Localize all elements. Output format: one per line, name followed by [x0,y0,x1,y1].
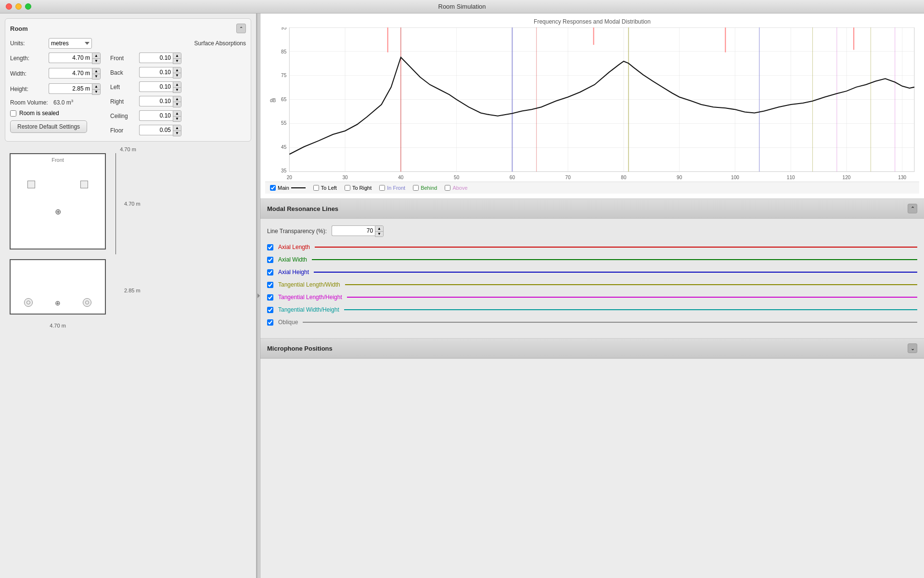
svg-text:70: 70 [565,175,571,180]
svg-text:95: 95 [281,27,287,30]
modal-resonance-header[interactable]: Modal Resonance Lines ⌃ [260,199,924,219]
tang-wh-item: Tangential Width/Height [267,306,917,313]
svg-text:80: 80 [621,175,627,180]
left-input[interactable] [139,81,173,92]
legend-above-checkbox[interactable] [445,185,450,191]
height-row: Height: ▲ ▼ [10,83,101,95]
front-up-btn[interactable]: ▲ [173,53,181,58]
restore-defaults-button[interactable]: Restore Default Settings [10,120,87,133]
room-sealed-checkbox[interactable] [10,110,16,117]
width-input[interactable] [49,68,92,79]
left-down-btn[interactable]: ▼ [173,87,181,92]
right-up-btn[interactable]: ▲ [173,96,181,102]
svg-text:75: 75 [281,73,287,78]
legend-toleft-checkbox[interactable] [313,185,319,191]
ceiling-down-btn[interactable]: ▼ [173,116,181,121]
close-button[interactable] [6,3,12,10]
height-label: Height: [10,86,49,92]
tang-lh-checkbox[interactable] [267,294,273,301]
legend-main-checkbox[interactable] [270,185,276,191]
units-select[interactable]: metres feet [49,38,92,49]
side-room-diagram: ⊕ [10,259,120,322]
floor-input[interactable] [139,125,173,135]
modal-resonance-section: Modal Resonance Lines ⌃ Line Transparenc… [260,199,924,339]
room-collapse-button[interactable]: ⌃ [236,24,246,33]
oblique-checkbox[interactable] [267,319,273,326]
legend-main-line [291,187,306,188]
front-down-btn[interactable]: ▼ [173,58,181,64]
height-spinner: ▲ ▼ [92,83,101,95]
front-input[interactable] [139,53,173,63]
left-panel: Room ⌃ Units: metres feet Surface Absorp… [0,13,257,578]
axial-width-label: Axial Width [278,256,307,263]
axial-length-item: Axial Length [267,244,917,250]
axial-height-item: Axial Height [267,269,917,276]
transparency-down-btn[interactable]: ▼ [375,231,383,236]
svg-text:50: 50 [454,175,460,180]
modal-resonance-title: Modal Resonance Lines [267,205,338,212]
floor-up-btn[interactable]: ▲ [173,125,181,131]
oblique-line [303,322,917,323]
tang-wh-line [344,309,917,310]
modal-resonance-collapse-icon[interactable]: ⌃ [908,204,917,213]
back-input[interactable] [139,67,173,78]
speaker-bottom-left-icon [24,298,33,307]
axial-width-item: Axial Width [267,256,917,263]
back-up-btn[interactable]: ▲ [173,67,181,73]
left-up-btn[interactable]: ▲ [173,82,181,87]
height-down-btn[interactable]: ▼ [92,89,100,94]
panel-divider[interactable] [257,13,260,578]
floor-down-btn[interactable]: ▼ [173,131,181,136]
svg-text:110: 110 [787,175,795,180]
maximize-button[interactable] [25,3,31,10]
width-up-btn[interactable]: ▲ [92,68,100,74]
surface-absorptions: Front ▲ ▼ Back ▲ ▼ [110,53,181,136]
height-up-btn[interactable]: ▲ [92,84,100,89]
ceiling-input[interactable] [139,110,173,121]
legend-toright-checkbox[interactable] [345,185,350,191]
microphone-positions-collapse-icon[interactable]: ⌄ [908,343,917,353]
height-input[interactable] [49,83,92,94]
width-down-btn[interactable]: ▼ [92,74,100,79]
legend-infront-checkbox[interactable] [379,185,385,191]
length-input[interactable] [49,53,92,63]
axial-length-checkbox[interactable] [267,244,273,250]
room-sealed-label: Room is sealed [19,110,59,117]
width-spinner: ▲ ▼ [92,68,101,79]
axial-width-line [312,259,917,260]
transparency-input[interactable] [332,225,375,236]
minimize-button[interactable] [15,3,22,10]
length-down-btn[interactable]: ▼ [92,58,100,64]
length-up-btn[interactable]: ▲ [92,53,100,58]
tang-wh-checkbox[interactable] [267,307,273,313]
divider-arrow-icon [257,293,260,298]
tang-lh-label: Tangential Length/Height [278,294,342,301]
surface-ceiling-label: Ceiling [110,113,134,119]
transparency-row: Line Transparency (%): ▲ ▼ [267,225,917,237]
scrollable-sections[interactable]: Modal Resonance Lines ⌃ Line Transparenc… [260,199,924,578]
ceiling-spinner: ▲ ▼ [173,110,181,122]
axial-width-checkbox[interactable] [267,257,273,263]
right-down-btn[interactable]: ▼ [173,102,181,107]
axial-height-checkbox[interactable] [267,269,273,276]
ceiling-up-btn[interactable]: ▲ [173,111,181,116]
microphone-positions-header[interactable]: Microphone Positions ⌄ [260,339,924,358]
back-down-btn[interactable]: ▼ [173,73,181,78]
svg-text:120: 120 [843,175,851,180]
transparency-up-btn[interactable]: ▲ [375,226,383,231]
tang-lw-checkbox[interactable] [267,282,273,288]
tang-lw-line [345,284,917,285]
tang-lh-line [347,297,917,298]
top-diagram-front-label: Front [11,157,105,163]
length-label: Length: [10,55,49,62]
right-input[interactable] [139,96,173,106]
surface-right-label: Right [110,98,134,105]
length-input-group: ▲ ▼ [49,53,101,64]
tang-wh-label: Tangential Width/Height [278,306,339,313]
room-section: Room ⌃ Units: metres feet Surface Absorp… [5,18,251,142]
legend-toleft-label: To Left [321,185,337,191]
legend-behind-checkbox[interactable] [413,185,419,191]
surface-floor-label: Floor [110,127,134,134]
svg-text:20: 20 [287,175,293,180]
legend-item-behind: Behind [413,185,437,191]
